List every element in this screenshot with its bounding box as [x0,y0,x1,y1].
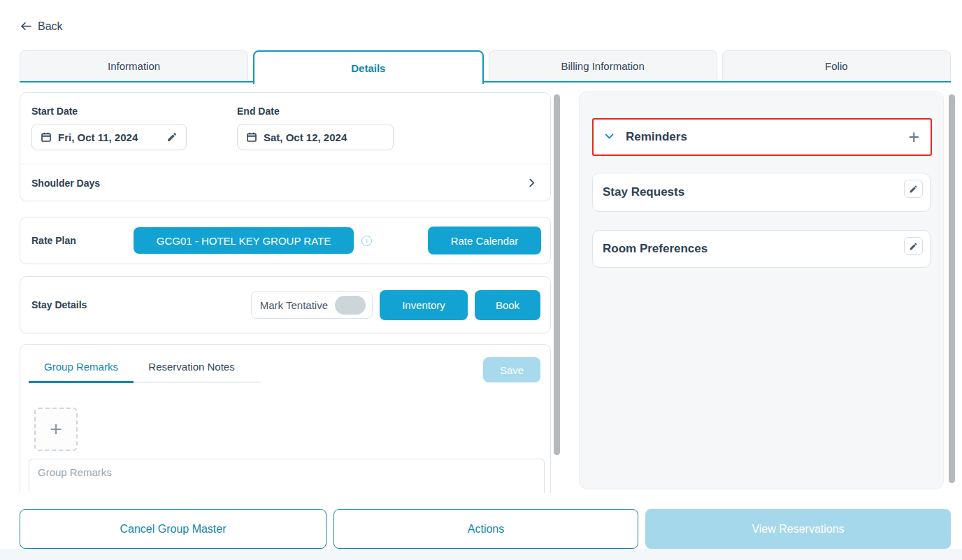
rate-plan-value-button[interactable]: GCG01 - HOTEL KEY GROUP RATE [134,227,354,254]
group-master-details-page: Back Information Details Billing Informa… [0,0,962,560]
arrow-left-icon [20,20,33,33]
pencil-icon [909,242,918,251]
dates-card: Start Date Fri, Oct 11, 2024 End Date [20,92,551,201]
cancel-group-master-button[interactable]: Cancel Group Master [20,509,326,549]
edit-stay-requests-button[interactable] [904,180,923,198]
dates-row: Start Date Fri, Oct 11, 2024 End Date [20,93,550,164]
pencil-icon [909,185,918,194]
tab-details[interactable]: Details [253,50,483,84]
mark-tentative-group: Mark Tentative [251,291,373,319]
end-date-value: Sat, Oct 12, 2024 [264,131,347,143]
start-date-value: Fri, Oct 11, 2024 [58,131,138,143]
start-date-label: Start Date [31,106,187,117]
view-reservations-button[interactable]: View Reservations [645,509,951,549]
calendar-icon [41,131,52,143]
group-remarks-textarea[interactable] [29,459,545,493]
tab-folio[interactable]: Folio [722,50,951,81]
end-date-field[interactable]: Sat, Oct 12, 2024 [237,124,394,150]
chevron-right-icon [526,177,538,189]
room-preferences-label: Room Preferences [603,242,708,256]
edit-pencil-icon[interactable] [166,131,178,143]
end-date-group: End Date Sat, Oct 12, 2024 [237,106,394,164]
room-preferences-card: Room Preferences [592,230,931,268]
inventory-button[interactable]: Inventory [380,290,468,320]
page-scrollbar[interactable] [949,94,955,483]
tab-information[interactable]: Information [20,50,248,81]
shoulder-days-label: Shoulder Days [31,178,100,189]
add-reminder-button[interactable]: + [908,128,919,147]
tab-group-remarks[interactable]: Group Remarks [29,354,134,383]
tab-billing-information[interactable]: Billing Information [489,50,717,81]
details-side-panel: Reminders + Stay Requests Room Preferenc… [579,91,944,489]
info-icon[interactable]: i [361,236,372,246]
mark-tentative-toggle[interactable] [335,296,366,315]
save-button[interactable]: Save [483,357,540,382]
rate-plan-label: Rate Plan [31,235,134,246]
remarks-card: Group Remarks Reservation Notes Save + [20,344,551,493]
rate-calendar-button[interactable]: Rate Calendar [428,227,541,254]
book-button[interactable]: Book [475,290,540,320]
rate-plan-card: Rate Plan GCG01 - HOTEL KEY GROUP RATE i… [20,217,551,264]
add-remark-button[interactable]: + [34,408,78,451]
stay-requests-card: Stay Requests [592,173,931,212]
edit-room-preferences-button[interactable] [904,237,923,255]
details-left-column: Start Date Fri, Oct 11, 2024 End Date [20,92,551,493]
back-button[interactable]: Back [20,20,63,33]
start-date-group: Start Date Fri, Oct 11, 2024 [31,106,187,164]
footer-strip [0,549,962,560]
page-tabs: Information Details Billing Information … [20,50,951,81]
start-date-field[interactable]: Fri, Oct 11, 2024 [31,124,187,150]
stay-requests-label: Stay Requests [603,185,684,199]
plus-icon: + [50,417,62,441]
reminders-section-header[interactable]: Reminders + [592,118,932,156]
left-panel-scrollbar[interactable] [554,94,560,455]
stay-details-card: Stay Details Mark Tentative Inventory Bo… [20,276,551,333]
footer-action-bar: Cancel Group Master Actions View Reserva… [0,509,962,549]
mark-tentative-label: Mark Tentative [260,299,328,311]
remarks-tabs: Group Remarks Reservation Notes [29,354,261,382]
actions-button[interactable]: Actions [333,509,638,549]
reminders-label: Reminders [626,130,687,144]
chevron-down-icon[interactable] [603,130,615,145]
shoulder-days-row[interactable]: Shoulder Days [20,164,550,201]
back-label: Back [38,20,63,33]
tab-reservation-notes[interactable]: Reservation Notes [134,354,250,382]
calendar-icon [246,131,257,143]
end-date-label: End Date [237,106,394,117]
stay-details-label: Stay Details [31,299,87,310]
